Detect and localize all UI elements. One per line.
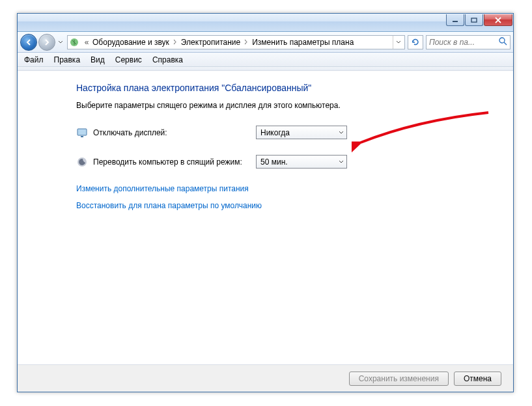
search-input[interactable]	[429, 38, 499, 47]
forward-button[interactable]	[38, 34, 55, 51]
restore-defaults-link[interactable]: Восстановить для плана параметры по умол…	[76, 201, 487, 210]
caption-buttons	[445, 14, 512, 26]
monitor-icon	[76, 127, 88, 139]
search-box[interactable]	[426, 35, 511, 49]
breadcrumb-chevron[interactable]: «	[82, 38, 91, 47]
forward-arrow-icon	[42, 38, 51, 47]
minimize-button[interactable]	[446, 14, 464, 26]
display-off-dropdown[interactable]: Никогда	[256, 126, 347, 139]
setting-row-sleep: Переводить компьютер в спящий режим: 50 …	[76, 155, 487, 169]
svg-point-3	[499, 38, 505, 43]
breadcrumb-item[interactable]: Изменить параметры плана	[251, 38, 355, 47]
cancel-button[interactable]: Отмена	[454, 372, 501, 386]
nav-history-dropdown[interactable]	[57, 36, 64, 49]
chevron-down-icon	[58, 40, 63, 44]
location-icon	[69, 37, 79, 47]
back-button[interactable]	[20, 34, 37, 51]
content-area: Настройка плана электропитания "Сбаланси…	[18, 71, 513, 364]
address-dropdown[interactable]	[393, 36, 403, 49]
breadcrumb-item[interactable]: Электропитание	[180, 38, 242, 47]
page-title: Настройка плана электропитания "Сбаланси…	[76, 83, 487, 93]
breadcrumb: « Оборудование и звук Электропитание Изм…	[82, 38, 390, 47]
close-button[interactable]	[484, 14, 512, 26]
svg-rect-4	[77, 129, 87, 135]
svg-rect-5	[81, 136, 83, 137]
links-section: Изменить дополнительные параметры питани…	[76, 184, 487, 210]
menu-view[interactable]: Вид	[85, 54, 110, 66]
nav-arrows	[20, 34, 64, 51]
advanced-settings-link[interactable]: Изменить дополнительные параметры питани…	[76, 184, 487, 193]
menu-file[interactable]: Файл	[19, 54, 49, 66]
maximize-button[interactable]	[465, 14, 483, 26]
breadcrumb-item[interactable]: Оборудование и звук	[91, 38, 171, 47]
close-icon	[494, 17, 502, 23]
chevron-down-icon	[339, 131, 344, 135]
titlebar	[18, 14, 513, 32]
save-button[interactable]: Сохранить изменения	[349, 372, 449, 386]
chevron-down-icon	[396, 40, 401, 44]
setting-row-display: Отключать дисплей: Никогда	[76, 126, 487, 139]
sleep-value: 50 мин.	[260, 157, 288, 167]
chevron-down-icon	[339, 160, 344, 164]
minimize-icon	[452, 18, 458, 23]
window-frame: « Оборудование и звук Электропитание Изм…	[17, 13, 514, 392]
page-subtitle: Выберите параметры спящего режима и дисп…	[76, 101, 487, 110]
sleep-label: Переводить компьютер в спящий режим:	[93, 157, 256, 167]
menu-bar: Файл Правка Вид Сервис Справка	[18, 53, 513, 67]
svg-rect-0	[453, 21, 458, 22]
chevron-right-icon[interactable]	[171, 39, 180, 45]
refresh-button[interactable]	[408, 35, 423, 49]
address-bar[interactable]: « Оборудование и звук Электропитание Изм…	[67, 35, 405, 49]
svg-rect-1	[471, 18, 477, 22]
display-off-value: Никогда	[260, 128, 290, 137]
footer-bar: Сохранить изменения Отмена	[18, 364, 513, 392]
moon-icon	[76, 156, 88, 168]
menu-edit[interactable]: Правка	[49, 54, 86, 66]
menu-tools[interactable]: Сервис	[110, 54, 147, 66]
back-arrow-icon	[24, 38, 33, 47]
chevron-right-icon[interactable]	[242, 39, 251, 45]
sleep-dropdown[interactable]: 50 мин.	[256, 155, 347, 169]
maximize-icon	[471, 18, 477, 23]
navigation-bar: « Оборудование и звук Электропитание Изм…	[18, 32, 513, 53]
search-icon[interactable]	[499, 37, 507, 47]
display-off-label: Отключать дисплей:	[93, 128, 256, 137]
refresh-icon	[411, 38, 420, 47]
menu-help[interactable]: Справка	[147, 54, 188, 66]
